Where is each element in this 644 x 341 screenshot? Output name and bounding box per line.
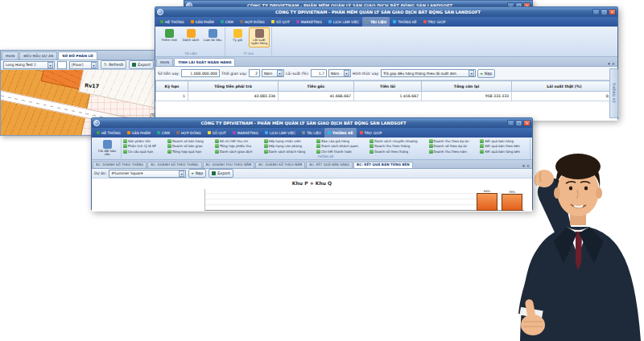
project-select[interactable]: #Summer Square▾ (109, 170, 186, 178)
ribbon-tab[interactable]: CRM (154, 128, 173, 138)
document-tab[interactable]: BIỂU MẪU DỰ ÁN (19, 51, 57, 60)
document-tab[interactable]: MAIN (156, 58, 173, 66)
ribbon-tab[interactable]: TRỢ GIÚP (357, 128, 386, 138)
load-button[interactable]: ▸Nạp (188, 169, 206, 178)
ribbon-tab[interactable]: SẢN PHẨM (124, 128, 154, 138)
floor-number-input[interactable] (57, 61, 67, 69)
ribbon-small-button[interactable]: Doanh số bàn giao (167, 144, 212, 148)
ribbon-tab[interactable]: CRM (217, 17, 237, 27)
column-header[interactable]: Tiền gốc (279, 81, 354, 92)
minimize-button[interactable]: - (592, 9, 600, 15)
tab-close-icon[interactable]: × (612, 61, 615, 66)
document-tab[interactable]: BC: DOANH SỐ THEO NĂM (255, 162, 305, 168)
column-header[interactable]: Kỳ hạn (156, 81, 188, 92)
ribbon-small-button[interactable]: Danh sách chuyển nhượng (369, 139, 425, 143)
table-row[interactable]: 143.083.33441.666.6671.416.667958.333.33… (156, 92, 617, 101)
ribbon-small-button[interactable]: Danh sách giao dịch (215, 150, 261, 154)
document-tab[interactable]: MAIN (2, 51, 19, 60)
project-select[interactable]: Long Hưng Test 2▾ (3, 61, 55, 69)
close-button[interactable]: × (523, 120, 530, 126)
ribbon-tab[interactable]: SỔ QUỸ (268, 17, 293, 27)
table-cell[interactable]: 1 (156, 92, 188, 101)
document-tab[interactable]: BC: KẾT QUẢ BÁN TỪNG BÊN (353, 162, 413, 168)
ribbon-small-button[interactable]: Sản phẩm tồn (123, 139, 164, 143)
report-settings-button[interactable]: Cài đặt báo cáo (95, 138, 119, 158)
ribbon-tab[interactable]: HỆ THỐNG (93, 128, 124, 138)
table-cell[interactable]: 958.333.333 (422, 92, 512, 101)
ribbon-small-button[interactable]: Danh sách khách quen (316, 144, 366, 148)
ribbon-small-icon (369, 150, 374, 154)
ribbon-small-button[interactable]: Doanh thu theo dự án (429, 139, 477, 143)
ribbon-button[interactable]: Thêm mới (159, 27, 180, 43)
ribbon-tab[interactable]: HỆ THỐNG (157, 17, 188, 27)
ribbon-small-button[interactable]: Phân tích tỷ lệ SP (123, 144, 164, 148)
ribbon-small-button[interactable]: Doanh số theo dự án (429, 144, 477, 148)
ribbon-small-button[interactable]: Tổng hợp phiếu thu (215, 144, 261, 148)
ribbon-button[interactable]: Danh sách (180, 27, 201, 43)
table-cell[interactable]: 1.416.667 (354, 92, 422, 101)
ribbon-small-button[interactable]: Cơ cấu quá hạn (123, 150, 164, 154)
interest-rate-input[interactable]: 1,7 (311, 69, 327, 77)
project-value: #Summer Square (111, 171, 142, 175)
ribbon-tab[interactable]: MARKETING (229, 128, 262, 138)
ribbon-tab[interactable]: HỢP ĐỒNG (237, 17, 268, 27)
column-header[interactable]: Tổng tiền phải trả (188, 81, 279, 92)
ribbon-tab[interactable]: TÀI LIỆU (362, 17, 390, 27)
document-tab[interactable]: BC: DOANH THU THEO NĂM (203, 162, 255, 168)
export-button[interactable]: Export (129, 60, 154, 69)
column-header[interactable]: Tiền lãi (354, 81, 422, 92)
floor-select[interactable]: [Floor]▾ (69, 61, 98, 69)
ribbon-button[interactable]: Lãi suất ngân hàng (249, 27, 270, 47)
document-tab[interactable]: TÍNH LÃI SUẤT NGÂN HÀNG (174, 58, 235, 66)
parcel-label[interactable]: Rv17 (85, 82, 100, 89)
ribbon-tab[interactable]: SẢN PHẨM (188, 17, 217, 27)
title-bar[interactable]: CÔNG TY DPIVIETNAM - PHẦN MỀM QUẢN LÝ SÀ… (155, 7, 617, 17)
ribbon-small-button[interactable]: Doanh số bán hàng (167, 139, 212, 143)
loan-method-select[interactable]: Trả góp đều hàng tháng theo lãi suất đơn… (381, 69, 476, 77)
ribbon-button[interactable]: Loại tài liệu (202, 27, 223, 43)
ribbon-tab[interactable]: TRỢ GIÚP (420, 17, 449, 27)
document-tab[interactable]: BC: DOANH SỐ THEO THÁNG (147, 162, 201, 168)
ribbon-tab[interactable]: MARKETING (293, 17, 325, 27)
maximize-button[interactable]: □ (601, 9, 608, 15)
ribbon-small-button[interactable]: Chi tiết thanh toán (316, 150, 366, 154)
table-cell[interactable]: 41.666.667 (279, 92, 354, 101)
ribbon-small-button[interactable]: Xếp hạng nhân viên (264, 139, 314, 143)
ribbon-tab[interactable]: SỔ QUỸ (204, 128, 229, 138)
refresh-button[interactable]: ↻Refresh (101, 60, 126, 69)
document-tab[interactable]: BC: KẾT QUẢ BÁN HÀNG (306, 162, 353, 168)
load-button[interactable]: ▸Nạp (477, 69, 495, 78)
ribbon-tab[interactable]: THỐNG KÊ (324, 128, 357, 138)
close-button[interactable]: × (609, 9, 616, 15)
column-header[interactable]: Lãi suất thật (%) (512, 81, 617, 92)
ribbon-small-button[interactable]: Danh sách khách hàng (264, 150, 314, 154)
export-button[interactable]: Export (208, 169, 233, 178)
maximize-button[interactable]: □ (515, 120, 522, 126)
table-cell[interactable]: 0,14 (512, 92, 617, 101)
term-unit-select[interactable]: Năm▾ (262, 69, 284, 77)
table-cell[interactable]: 43.083.334 (188, 92, 279, 101)
ribbon-small-button[interactable]: Xếp hạng văn phòng (264, 144, 314, 148)
loan-amount-input[interactable]: 1.000.000.000 (181, 69, 220, 77)
ribbon-button[interactable]: Tỷ giá (227, 27, 248, 43)
ribbon-tab[interactable]: TÀI LIỆU (299, 128, 324, 138)
ribbon-small-button[interactable]: Báo cáo giá hàng (316, 139, 366, 143)
document-tab[interactable]: BC: DOANH SỐ THEO THÁNG (93, 162, 147, 168)
ribbon-small-button[interactable]: Doanh số theo tháng (369, 150, 425, 154)
ribbon-small-button[interactable]: Doanh thu theo tháng (369, 144, 425, 148)
document-tab[interactable]: SƠ ĐỒ PHÂN LÔ (58, 51, 97, 60)
ribbon-tab[interactable]: LỊCH LÀM VIỆC (325, 17, 362, 27)
ribbon-tab[interactable]: THỐNG KÊ (390, 17, 419, 27)
ribbon-small-button[interactable]: Doanh thu theo năm (429, 150, 477, 154)
tab-overflow-icon[interactable]: ▾ (608, 61, 610, 66)
side-panel-tab[interactable]: THỐNG KÊ (609, 68, 618, 118)
ribbon-tab[interactable]: HỢP ĐỒNG (173, 128, 204, 138)
column-header[interactable]: Tổng còn lại (422, 81, 512, 92)
rate-unit-select[interactable]: Năm▾ (328, 69, 351, 77)
minimize-button[interactable]: - (507, 120, 514, 126)
title-bar[interactable]: CÔNG TY DPIVIETNAM - PHẦN MỀM QUẢN LÝ SÀ… (92, 118, 532, 128)
ribbon-small-button[interactable]: Sổ chi tiết thu chi (215, 139, 261, 143)
loan-term-input[interactable]: 2 (249, 69, 260, 77)
ribbon-small-button[interactable]: Tổng hợp quá hạn (167, 150, 212, 154)
ribbon-tab[interactable]: LỊCH LÀM VIỆC (262, 128, 299, 138)
